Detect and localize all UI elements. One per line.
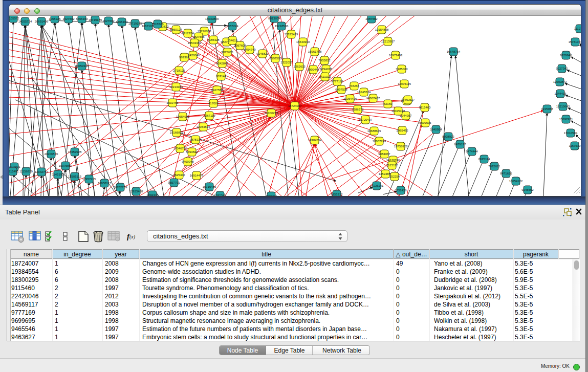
svg-text:13226058: 13226058 [198,30,211,33]
svg-text:16543382: 16543382 [188,41,202,45]
svg-text:12093872: 12093872 [553,80,567,83]
svg-text:2367608: 2367608 [234,44,246,47]
svg-text:16648754: 16648754 [447,50,461,53]
svg-text:8471626: 8471626 [500,172,512,175]
svg-text:10719185: 10719185 [128,22,142,25]
svg-text:9242845: 9242845 [216,62,228,65]
svg-text:3878334: 3878334 [189,138,202,141]
svg-text:7386372: 7386372 [352,108,364,111]
svg-text:15720407: 15720407 [359,118,373,121]
svg-text:10025438: 10025438 [391,110,405,113]
svg-text:1046231: 1046231 [265,194,277,196]
svg-text:19756928: 19756928 [394,145,408,148]
svg-text:12213389: 12213389 [169,85,183,89]
svg-text:8427552: 8427552 [211,89,223,92]
svg-text:252254: 252254 [389,175,400,178]
svg-text:7632621: 7632621 [488,165,500,168]
svg-text:19384554: 19384554 [308,139,322,142]
svg-text:803144: 803144 [216,75,227,78]
svg-text:2087682: 2087682 [365,17,378,20]
svg-text:3215958: 3215958 [541,107,553,111]
svg-text:989361: 989361 [179,56,190,59]
svg-text:16245514: 16245514 [357,91,371,94]
svg-text:21364436: 21364436 [343,97,357,100]
svg-text:7515526: 7515526 [151,23,164,26]
svg-text:1322057: 1322057 [280,61,293,64]
svg-text:2935114: 2935114 [478,158,491,161]
svg-text:9409948: 9409948 [182,160,194,163]
svg-text:12213957: 12213957 [381,40,395,43]
svg-text:10154808: 10154808 [375,28,389,31]
svg-text:9115460: 9115460 [419,106,431,109]
svg-text:12505115: 12505115 [68,175,82,178]
svg-text:8912954: 8912954 [182,32,194,35]
svg-text:16914479: 16914479 [190,174,204,177]
svg-text:3875685: 3875685 [221,51,233,54]
svg-text:16033809: 16033809 [205,17,219,20]
svg-text:12353594: 12353594 [197,125,210,128]
svg-text:12923468: 12923468 [129,190,143,193]
svg-text:17359928: 17359928 [68,150,82,154]
svg-text:6794078: 6794078 [320,68,332,71]
svg-text:1167530: 1167530 [569,144,581,147]
svg-text:62160: 62160 [384,102,393,105]
svg-text:1965492: 1965492 [396,129,408,132]
svg-text:9329946: 9329946 [560,54,572,57]
svg-text:9699695: 9699695 [419,121,431,124]
svg-text:7485063: 7485063 [396,68,408,71]
svg-text:8186328: 8186328 [207,38,220,41]
svg-text:154616: 154616 [227,39,238,42]
svg-text:1527602: 1527602 [102,19,115,23]
svg-text:13325419: 13325419 [285,33,298,36]
svg-text:7955812: 7955812 [318,59,331,62]
svg-text:10688609: 10688609 [367,129,381,133]
svg-text:10975887: 10975887 [59,164,73,167]
svg-text:16782759: 16782759 [114,186,127,189]
svg-text:17010504: 17010504 [564,132,578,135]
svg-text:8454749: 8454749 [244,48,256,51]
svg-text:1588520: 1588520 [269,57,281,60]
svg-text:417006: 417006 [208,102,219,105]
svg-text:11156829: 11156829 [19,170,33,173]
svg-text:1615112: 1615112 [386,164,399,167]
svg-text:14136141: 14136141 [370,184,384,187]
svg-text:1527602: 1527602 [62,17,75,20]
svg-text:10807487: 10807487 [366,97,380,100]
svg-text:9227342: 9227342 [556,67,568,70]
svg-text:8860124: 8860124 [170,28,182,31]
svg-text:16210643: 16210643 [556,105,570,108]
svg-text:1145193: 1145193 [52,173,64,176]
svg-text:1733426: 1733426 [395,189,407,192]
svg-text:17046786: 17046786 [173,147,187,150]
svg-text:15692971: 15692971 [559,118,573,121]
svg-text:9474444: 9474444 [466,150,478,153]
svg-text:15716485: 15716485 [203,185,216,188]
svg-text:17957225: 17957225 [82,178,96,181]
svg-text:19166825: 19166825 [170,131,184,134]
svg-text:9657791: 9657791 [168,181,180,184]
svg-text:1244415: 1244415 [554,92,567,95]
svg-text:2718126: 2718126 [173,69,185,72]
svg-text:19654985: 19654985 [176,115,190,118]
svg-text:6479197: 6479197 [454,143,466,146]
svg-text:18724007: 18724007 [288,104,302,107]
svg-text:10958117: 10958117 [98,182,112,185]
svg-text:9146821: 9146821 [256,52,269,55]
svg-text:16961758: 16961758 [308,50,322,53]
svg-text:10719185: 10719185 [89,18,102,21]
svg-text:8813054: 8813054 [268,17,280,20]
svg-text:10654122: 10654122 [509,180,523,183]
svg-text:16640910: 16640910 [296,40,310,43]
svg-text:6497508: 6497508 [335,88,347,91]
svg-text:1990443: 1990443 [307,68,319,71]
svg-text:1282345: 1282345 [214,194,226,196]
svg-text:3267110: 3267110 [204,114,216,117]
svg-text:1421022: 1421022 [319,75,331,78]
svg-text:8938923: 8938923 [442,135,454,138]
svg-text:14463627: 14463627 [401,98,415,101]
svg-text:9353312: 9353312 [331,193,343,196]
svg-text:1112703: 1112703 [574,27,581,30]
svg-text:7357224: 7357224 [226,25,238,28]
svg-text:15751074: 15751074 [569,40,581,43]
svg-text:1065326: 1065326 [49,17,61,20]
